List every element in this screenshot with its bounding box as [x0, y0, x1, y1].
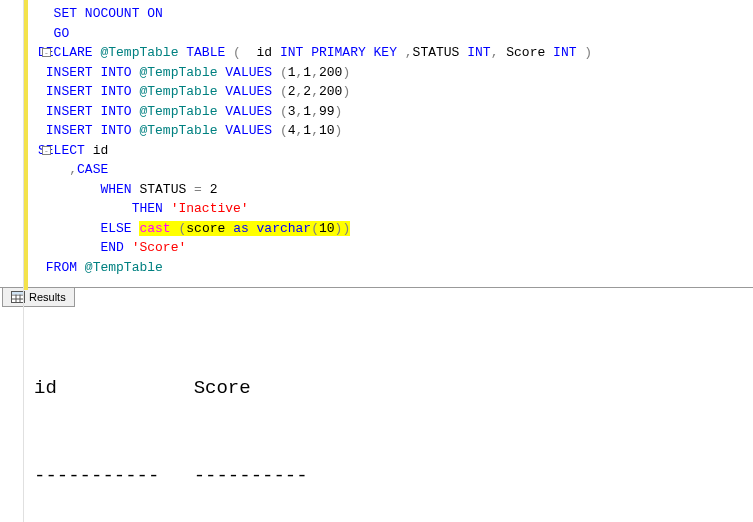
results-output[interactable]: id Score ----------- ---------- 1 200 2 …: [0, 307, 753, 522]
keyword: VALUES: [225, 65, 272, 80]
paren: ): [342, 84, 350, 99]
number: 200: [319, 65, 342, 80]
code-line[interactable]: -DECLARE @TempTable TABLE ( id INT PRIMA…: [30, 43, 753, 63]
datatype: varchar: [257, 221, 312, 236]
number: 1: [288, 65, 296, 80]
paren: ): [584, 45, 592, 60]
paren: (: [280, 123, 288, 138]
change-indicator: [24, 0, 28, 290]
paren: )): [335, 221, 351, 236]
keyword: GO: [54, 26, 70, 41]
comma: ,: [311, 84, 319, 99]
number: 1: [303, 123, 311, 138]
datatype: INT: [467, 45, 490, 60]
number: 200: [319, 84, 342, 99]
collapse-icon[interactable]: -: [42, 146, 51, 155]
col-header-score: Score: [194, 377, 251, 399]
editor-gutter: [0, 0, 24, 522]
number: 2: [288, 84, 296, 99]
code-line[interactable]: -SELECT id: [30, 141, 753, 161]
keyword: INSERT: [46, 65, 93, 80]
code-line[interactable]: SET NOCOUNT ON: [30, 4, 753, 24]
paren: (: [280, 104, 288, 119]
function: cast: [139, 221, 170, 236]
keyword: INTO: [100, 65, 131, 80]
number: 2: [210, 182, 218, 197]
code-line[interactable]: GO: [30, 24, 753, 44]
code-line[interactable]: THEN 'Inactive': [30, 199, 753, 219]
number: 4: [288, 123, 296, 138]
keyword: INSERT: [46, 123, 93, 138]
code-line[interactable]: INSERT INTO @TempTable VALUES (2,2,200): [30, 82, 753, 102]
variable: @TempTable: [85, 260, 163, 275]
results-tab-label: Results: [29, 291, 66, 303]
identifier: id: [93, 143, 109, 158]
variable: @TempTable: [139, 84, 217, 99]
paren: ): [342, 65, 350, 80]
keyword: INSERT: [46, 104, 93, 119]
variable: @TempTable: [139, 123, 217, 138]
number: 10: [319, 221, 335, 236]
string: 'Inactive': [171, 201, 249, 216]
keyword: ELSE: [100, 221, 131, 236]
keyword: INTO: [100, 123, 131, 138]
keyword: NOCOUNT: [85, 6, 140, 21]
keyword: THEN: [132, 201, 163, 216]
identifier: id: [257, 45, 273, 60]
comma: ,: [311, 123, 319, 138]
keyword: KEY: [374, 45, 397, 60]
number: 2: [303, 84, 311, 99]
comma: ,: [311, 65, 319, 80]
variable: @TempTable: [139, 65, 217, 80]
paren: (: [280, 65, 288, 80]
variable: @TempTable: [139, 104, 217, 119]
comma: ,: [69, 162, 77, 177]
col-header-id: id: [34, 377, 57, 399]
keyword: END: [100, 240, 123, 255]
code-line[interactable]: ,CASE: [30, 160, 753, 180]
keyword: WHEN: [100, 182, 131, 197]
number: 10: [319, 123, 335, 138]
number: 99: [319, 104, 335, 119]
datatype: INT: [553, 45, 576, 60]
variable: @TempTable: [100, 45, 178, 60]
separator: -----------: [34, 465, 159, 487]
keyword: CASE: [77, 162, 108, 177]
identifier: score: [186, 221, 225, 236]
keyword: VALUES: [225, 123, 272, 138]
results-panel: Results id Score ----------- ---------- …: [0, 287, 753, 522]
comma: ,: [491, 45, 499, 60]
keyword: ON: [147, 6, 163, 21]
keyword: INTO: [100, 104, 131, 119]
collapse-icon[interactable]: -: [42, 48, 51, 57]
results-separator: ----------- ----------: [34, 462, 733, 491]
paren: (: [233, 45, 241, 60]
code-line[interactable]: INSERT INTO @TempTable VALUES (1,1,200): [30, 63, 753, 83]
number: 3: [288, 104, 296, 119]
identifier: STATUS: [413, 45, 460, 60]
keyword: SET: [54, 6, 77, 21]
comma: ,: [405, 45, 413, 60]
code-line[interactable]: INSERT INTO @TempTable VALUES (3,1,99): [30, 102, 753, 122]
identifier: STATUS: [139, 182, 186, 197]
keyword: VALUES: [225, 104, 272, 119]
keyword: INTO: [100, 84, 131, 99]
keyword: VALUES: [225, 84, 272, 99]
code-line[interactable]: INSERT INTO @TempTable VALUES (4,1,10): [30, 121, 753, 141]
code-line[interactable]: END 'Score': [30, 238, 753, 258]
paren: (: [311, 221, 319, 236]
paren: ): [335, 123, 343, 138]
number: 1: [303, 65, 311, 80]
operator: =: [194, 182, 202, 197]
comma: ,: [311, 104, 319, 119]
string: 'Score': [132, 240, 187, 255]
datatype: INT: [280, 45, 303, 60]
identifier: Score: [506, 45, 545, 60]
code-line[interactable]: WHEN STATUS = 2: [30, 180, 753, 200]
sql-editor[interactable]: SET NOCOUNT ON GO -DECLARE @TempTable TA…: [0, 0, 753, 287]
code-line[interactable]: FROM @TempTable: [30, 258, 753, 278]
code-line[interactable]: ELSE cast (score as varchar(10)): [30, 219, 753, 239]
paren: ): [335, 104, 343, 119]
keyword: FROM: [46, 260, 77, 275]
keyword: as: [233, 221, 249, 236]
